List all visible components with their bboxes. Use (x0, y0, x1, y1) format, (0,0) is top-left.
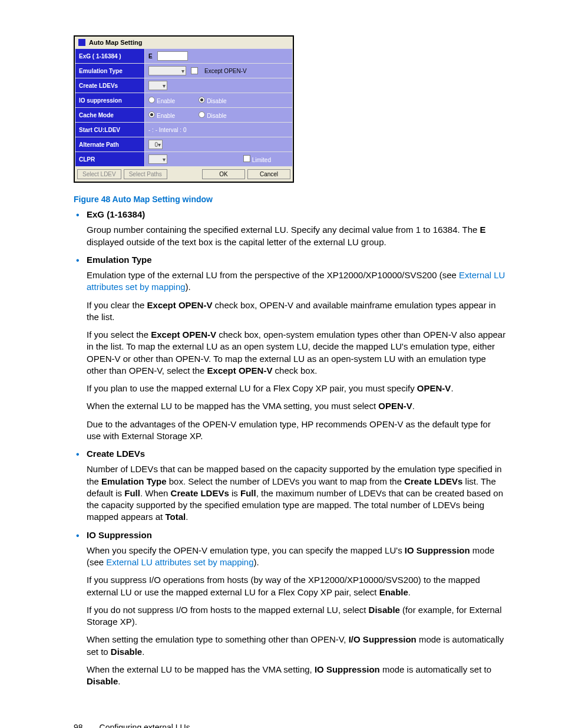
select-ldev-button[interactable]: Select LDEV (77, 169, 121, 179)
cache-mode-label: Cache Mode (75, 108, 145, 123)
page-footer: 98 Configuring external LUs (74, 723, 506, 728)
cancel-button[interactable]: Cancel (247, 169, 290, 179)
create-ldevs-dropdown[interactable]: ▾ (148, 81, 167, 90)
dialog-title-icon (78, 39, 85, 46)
exg-prefix: E (148, 53, 153, 60)
clpr-dropdown[interactable]: ▾ (148, 154, 167, 164)
chapter-title: Configuring external LUs (100, 723, 190, 728)
link-external-lu-attributes-2[interactable]: External LU attributes set by mapping (106, 557, 253, 567)
emulation-type-label: Emulation Type (75, 64, 145, 78)
create-ldevs-term: Create LDEVs (87, 448, 506, 460)
alternate-path-dropdown[interactable]: 0▾ (148, 140, 163, 149)
page-number: 98 (74, 723, 83, 728)
io-suppression-label: IO suppression (75, 93, 145, 108)
exg-label: ExG ( 1-16384 ) (75, 49, 145, 64)
clpr-label: CLPR (75, 152, 145, 167)
io-suppression-term: IO Suppression (87, 529, 506, 541)
io-enable-radio[interactable] (148, 97, 155, 103)
cache-disable-radio[interactable] (199, 111, 205, 118)
limited-label: Limited (252, 157, 271, 163)
cache-enable-text: Enable (157, 113, 175, 119)
item-io-suppression: IO Suppression When you specify the OPEN… (87, 529, 506, 688)
alternate-path-label: Alternate Path (75, 137, 145, 152)
auto-map-setting-dialog: Auto Map Setting ExG ( 1-16384 ) E Emula… (74, 35, 294, 183)
figure-caption: Figure 48 Auto Map Setting window (74, 195, 506, 204)
emulation-term: Emulation Type (87, 254, 506, 266)
dialog-title-text: Auto Map Setting (89, 39, 142, 46)
except-openv-label: Except OPEN-V (204, 68, 247, 74)
io-enable-text: Enable (157, 98, 175, 104)
ok-button[interactable]: OK (202, 169, 245, 179)
limited-checkbox[interactable] (243, 155, 250, 162)
start-culdev-label: Start CU:LDEV (75, 123, 145, 137)
item-emulation-type: Emulation Type Emulation type of the ext… (87, 254, 506, 442)
emulation-type-dropdown[interactable]: ▾ (148, 66, 186, 75)
cache-disable-text: Disable (207, 113, 226, 119)
cache-enable-radio[interactable] (148, 111, 155, 118)
start-culdev-value: - : - Interval : 0 (148, 127, 186, 133)
exg-input[interactable] (157, 51, 188, 61)
create-ldevs-label: Create LDEVs (75, 78, 145, 93)
item-create-ldevs: Create LDEVs Number of LDEVs that can be… (87, 448, 506, 523)
item-exg: ExG (1-16384) Group number containing th… (87, 209, 506, 248)
select-paths-button[interactable]: Select Paths (124, 169, 167, 179)
except-openv-checkbox[interactable] (191, 67, 198, 74)
io-disable-radio[interactable] (199, 97, 205, 103)
exg-term: ExG (1-16384) (87, 209, 506, 220)
io-disable-text: Disable (207, 98, 226, 104)
dialog-title: Auto Map Setting (75, 37, 293, 48)
